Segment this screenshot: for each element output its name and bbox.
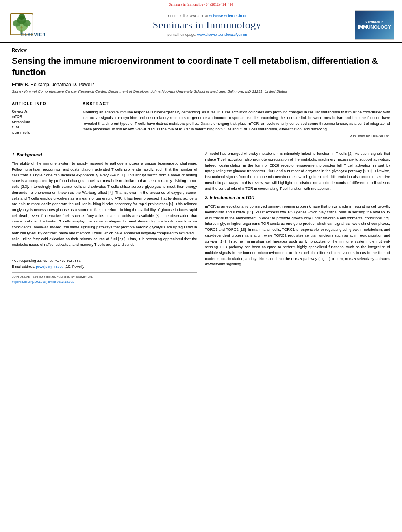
homepage-link[interactable]: www.elsevier.com/locate/ysmim	[197, 33, 247, 37]
page-wrapper: Seminars in Immunology 24 (2012) 414–420	[0, 0, 402, 532]
doi-link[interactable]: http://dx.doi.org/10.1016/j.smim.2012.12…	[12, 280, 74, 284]
section1-paragraph1: The ability of the immune system to rapi…	[12, 161, 197, 248]
article-content: Review Sensing the immune microenvironme…	[0, 43, 402, 292]
article-info-header: ARTICLE INFO	[12, 102, 75, 107]
homepage-prefix: journal homepage:	[167, 33, 196, 37]
journal-header: ELSEVIER Contents lists available at Sci…	[0, 7, 402, 43]
footnote-area: * Corresponding author. Tel.: +1 410 502…	[12, 256, 197, 269]
journal-ref-text: Seminars in Immunology 24 (2012) 414–420	[169, 2, 233, 6]
body-left-column: 1. Background The ability of the immune …	[12, 151, 197, 284]
abstract-text: Mounting an adaptive immune response is …	[83, 109, 390, 132]
keyword-metabolism: Metabolism	[12, 120, 75, 125]
section1-paragraph2: A model has emerged whereby metabolism i…	[205, 151, 391, 191]
abstract-header: ABSTRACT	[83, 102, 390, 107]
section2-paragraph1: mTOR is an evolutionarily conserved seri…	[205, 204, 391, 267]
journal-reference-bar: Seminars in Immunology 24 (2012) 414–420	[0, 0, 402, 7]
footnote-email: E-mail address: poweljo@jhmi.edu (J.D. P…	[12, 264, 197, 269]
sciverse-prefix: Contents lists available at	[168, 14, 208, 18]
elsevier-tree-icon	[10, 13, 33, 35]
footnote-email-link[interactable]: poweljo@jhmi.edu	[36, 265, 63, 269]
article-type-label: Review	[12, 48, 390, 52]
info-abstract-row: ARTICLE INFO Keywords: mTOR Metabolism C…	[12, 102, 390, 138]
svg-point-7	[20, 26, 22, 28]
right-logo-seminars-text: Seminars in	[365, 20, 383, 24]
body-columns: 1. Background The ability of the immune …	[12, 151, 390, 284]
footnote-corresponding: * Corresponding author. Tel.: +1 410 502…	[12, 258, 197, 263]
keyword-mtor: mTOR	[12, 114, 75, 120]
homepage-line: journal homepage: www.elsevier.com/locat…	[63, 33, 351, 37]
sciverse-line: Contents lists available at SciVerse Sci…	[63, 14, 351, 18]
footnote-email-prefix: E-mail address:	[12, 265, 36, 269]
elsevier-wordmark: ELSEVIER	[10, 32, 57, 37]
doi-text: http://dx.doi.org/10.1016/j.smim.2012.12…	[12, 280, 197, 284]
keyword-cd8: CD8 T cells	[12, 130, 75, 136]
article-info-column: ARTICLE INFO Keywords: mTOR Metabolism C…	[12, 102, 75, 138]
authors-line: Emily B. Heikamp, Jonathan D. Powell*	[12, 82, 390, 87]
svg-point-5	[19, 13, 25, 19]
elsevier-logo-area: ELSEVIER	[8, 13, 59, 37]
right-logo-immunology-text: IMMUNOLOGY	[358, 24, 391, 30]
journal-logo-right: Seminars in IMMUNOLOGY	[355, 10, 394, 40]
elsevier-logo: ELSEVIER	[10, 13, 57, 37]
published-by: Published by Elsevier Ltd.	[83, 134, 390, 138]
footnote-email-suffix: (J.D. Powell).	[64, 265, 84, 269]
abstract-column: ABSTRACT Mounting an adaptive immune res…	[83, 102, 390, 138]
section2-title: 2. Introduction to mTOR	[205, 195, 391, 201]
keywords-label: Keywords:	[12, 109, 75, 113]
journal-title: Seminars in Immunology	[63, 19, 351, 31]
section1-title: 1. Background	[12, 152, 197, 158]
copyright-text: 1044-5323/$ – see front matter. Publishe…	[12, 274, 197, 279]
affiliation-text: Sidney Kimmel Comprehensive Cancer Resea…	[12, 89, 390, 93]
body-right-column: A model has emerged whereby metabolism i…	[205, 151, 391, 284]
sciverse-link[interactable]: SciVerse ScienceDirect	[209, 14, 246, 18]
keyword-cd4: CD4	[12, 125, 75, 130]
footer-bar: 1044-5323/$ – see front matter. Publishe…	[12, 272, 197, 284]
body-divider	[12, 145, 390, 145]
journal-center-header: Contents lists available at SciVerse Sci…	[59, 14, 355, 37]
article-title: Sensing the immune microenvironment to c…	[12, 56, 390, 78]
header-divider	[12, 98, 390, 98]
authors-text: Emily B. Heikamp, Jonathan D. Powell*	[12, 82, 94, 87]
